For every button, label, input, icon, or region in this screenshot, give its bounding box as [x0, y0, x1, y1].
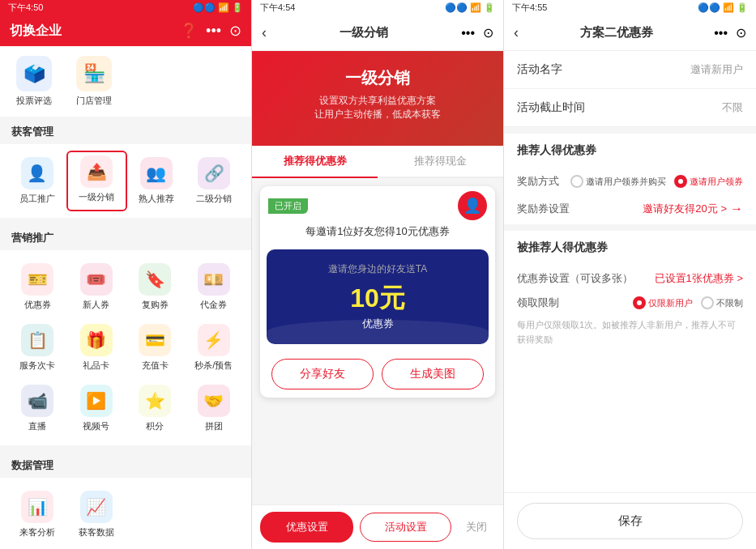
grid-recharge[interactable]: 💳充值卡: [126, 317, 185, 378]
grid-group[interactable]: 🤝拼团: [185, 378, 244, 439]
limit-radio-2: [701, 296, 714, 309]
save-button[interactable]: 保存: [517, 503, 743, 539]
top-icon-vote[interactable]: 🗳️ 投票评选: [16, 56, 52, 107]
limit-options: 仅限新用户 不限制: [633, 296, 743, 309]
card-inner: 邀请您身边的好友送TA 10元 优惠券: [267, 249, 489, 344]
panel3-title: 方案二优惠券: [519, 25, 714, 40]
grid-acquire-data[interactable]: 📈获客数据: [67, 484, 126, 545]
poster-button[interactable]: 生成美图: [382, 359, 484, 389]
panel2-tabs: 推荐得优惠券 推荐得现金: [252, 146, 503, 178]
grid-voucher[interactable]: 💴代金券: [185, 257, 244, 317]
status-time-2: 下午4:54: [260, 2, 295, 14]
panel-home: 下午4:50 🔵🔵 📶 🔋 切换企业 ❓ ••• ⊙ 🗳️ 投票评选 🏪 门店管…: [0, 0, 252, 549]
panel-coupon-plan: 下午4:55 🔵🔵 📶 🔋 ‹ 方案二优惠券 ••• ⊙ 活动名字 邀请新用户 …: [504, 0, 756, 549]
grid-item-acquaintance[interactable]: 👥 熟人推荐: [127, 151, 186, 211]
reward-setting-label: 奖励券设置: [517, 202, 570, 216]
grid-label-first: 一级分销: [79, 191, 114, 203]
grid-service[interactable]: 📋服务次卡: [8, 317, 67, 378]
card-status: 已开启: [268, 198, 308, 214]
grid-repurchase[interactable]: 🔖复购券: [126, 257, 185, 317]
status-time-3: 下午4:55: [512, 2, 547, 14]
question-icon[interactable]: ❓: [180, 22, 198, 40]
row-deadline[interactable]: 活动截止时间 不限: [504, 89, 756, 127]
section-title-data: 数据管理: [0, 450, 251, 478]
panel2-banner-sub1: 设置双方共享利益优惠方案: [265, 94, 490, 108]
top-icon-vote-label: 投票评选: [16, 95, 52, 107]
status-icons-3: 🔵🔵 📶 🔋: [698, 2, 748, 13]
grid-coupon[interactable]: 🎫优惠券: [8, 257, 67, 317]
panel2-card: 已开启 👤 每邀请1位好友您得10元优惠券 邀请您身边的好友送TA 10元 优惠…: [260, 186, 495, 398]
coupon-setting-button[interactable]: 优惠设置: [260, 512, 353, 543]
panel2-banner-sub2: 让用户主动传播，低成本获客: [265, 108, 490, 121]
grid-item-employee[interactable]: 👤 员工推广: [8, 151, 66, 211]
activity-name-label: 活动名字: [517, 62, 562, 77]
panel2-banner-title: 一级分销: [265, 67, 490, 89]
card-invite-text: 邀请您身边的好友送TA: [280, 262, 476, 276]
section-title-marketing: 营销推广: [0, 223, 251, 250]
top-icon-store-label: 门店管理: [76, 95, 112, 107]
recommender-title: 推荐人得优惠券: [517, 143, 743, 158]
close-button[interactable]: 关闭: [458, 513, 495, 541]
radio-2-selected: [674, 175, 687, 188]
panel2-bottom-bar: 优惠设置 活动设置 关闭: [252, 504, 503, 549]
panel2-dots-icon[interactable]: •••: [461, 26, 475, 40]
panel3-footer: 保存: [504, 492, 756, 549]
reward-setting-value: 邀请好友得20元 >: [643, 202, 727, 216]
row-reward-method: 奖励方式 邀请用户领券并购买 邀请用户领券: [504, 169, 756, 194]
panel-first-level: 下午4:54 🔵🔵 📶 🔋 ‹ 一级分销 ••• ⊙ 一级分销 设置双方共享利益…: [252, 0, 504, 549]
coupon-setting-label: 优惠券设置（可设多张）: [517, 271, 633, 286]
status-time-1: 下午4:50: [8, 2, 43, 14]
deadline-label: 活动截止时间: [517, 100, 585, 115]
reward-option-1[interactable]: 邀请用户领券并购买: [570, 175, 666, 188]
row-limit: 领取限制 仅限新用户 不限制: [504, 291, 756, 315]
panel2-banner: 一级分销 设置双方共享利益优惠方案 让用户主动传播，低成本获客: [252, 51, 503, 146]
row-coupon-setting[interactable]: 优惠券设置（可设多张） 已设置1张优惠券 >: [504, 266, 756, 291]
row-reward-setting[interactable]: 奖励券设置 邀请好友得20元 > →: [504, 194, 756, 224]
tab-coupon[interactable]: 推荐得优惠券: [252, 146, 378, 178]
radio-1: [570, 175, 583, 188]
limit-option-2[interactable]: 不限制: [701, 296, 743, 309]
panel3-dots-icon[interactable]: •••: [714, 26, 728, 40]
status-icons-1: 🔵🔵 📶 🔋: [193, 2, 243, 13]
grid-label-employee: 员工推广: [19, 193, 55, 205]
grid-label-second: 二级分销: [196, 193, 232, 205]
card-header-text: 每邀请1位好友您得10元优惠券: [260, 220, 495, 243]
recommended-section: 被推荐人得优惠券: [504, 231, 756, 266]
grid-analysis[interactable]: 📊来客分析: [8, 484, 67, 545]
card-avatar: 👤: [458, 191, 487, 220]
activity-name-value: 邀请新用户: [690, 62, 743, 77]
reward-option-2[interactable]: 邀请用户领券: [674, 175, 743, 188]
panel3-target-icon[interactable]: ⊙: [736, 25, 746, 40]
deadline-value: 不限: [722, 100, 743, 115]
activity-setting-button[interactable]: 活动设置: [360, 513, 451, 542]
panel2-title: 一级分销: [267, 25, 461, 40]
grid-newuser[interactable]: 🎟️新人券: [67, 257, 126, 317]
section-title-acquire: 获客管理: [0, 117, 251, 144]
grid-gift[interactable]: 🎁礼品卡: [67, 317, 126, 378]
top-icon-store[interactable]: 🏪 门店管理: [76, 56, 112, 107]
share-button[interactable]: 分享好友: [271, 359, 374, 389]
reward-setting-value-container: 邀请好友得20元 > →: [643, 202, 743, 216]
limit-label: 领取限制: [517, 296, 559, 310]
grid-flash[interactable]: ⚡秒杀/预售: [185, 317, 244, 378]
target-icon[interactable]: ⊙: [229, 22, 241, 40]
reward-method-label: 奖励方式: [517, 174, 559, 189]
grid-label-acquaintance: 熟人推荐: [139, 193, 174, 205]
card-amount: 10元: [280, 281, 476, 317]
hint-text: 每用户仅限领取1次。如被推荐人非新用户，推荐人不可获得奖励: [504, 315, 756, 358]
limit-radio-1: [633, 296, 646, 309]
recommended-title: 被推荐人得优惠券: [517, 240, 743, 255]
grid-item-first-level[interactable]: 📤 一级分销: [66, 151, 128, 211]
grid-item-second-level[interactable]: 🔗 二级分销: [186, 151, 244, 211]
panel3-content: 活动名字 邀请新用户 活动截止时间 不限 推荐人得优惠券 奖励方式 邀请用户领券…: [504, 51, 756, 492]
panel2-target-icon[interactable]: ⊙: [483, 25, 493, 40]
recommender-section: 推荐人得优惠券: [504, 134, 756, 169]
panel1-title: 切换企业: [10, 23, 62, 40]
tab-cash[interactable]: 推荐得现金: [378, 146, 503, 177]
dots-icon[interactable]: •••: [206, 23, 221, 40]
grid-points[interactable]: ⭐积分: [126, 378, 185, 439]
grid-live[interactable]: 📹直播: [8, 378, 67, 439]
row-activity-name[interactable]: 活动名字 邀请新用户: [504, 51, 756, 89]
limit-option-1[interactable]: 仅限新用户: [633, 296, 693, 309]
grid-video[interactable]: ▶️视频号: [67, 378, 126, 439]
